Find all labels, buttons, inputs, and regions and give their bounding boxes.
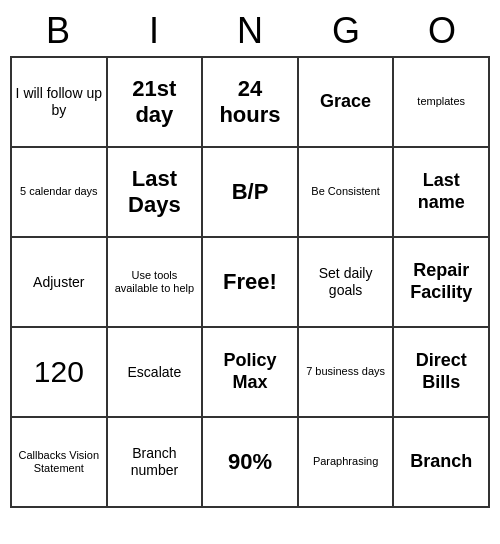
bingo-letter-n: N [206, 10, 294, 52]
bingo-grid: I will follow up by21st day24 hoursGrace… [10, 56, 490, 508]
bingo-cell-18: 7 business days [299, 328, 395, 418]
bingo-cell-7: B/P [203, 148, 299, 238]
bingo-cell-21: Branch number [108, 418, 204, 508]
bingo-cell-4: templates [394, 58, 490, 148]
bingo-cell-22: 90% [203, 418, 299, 508]
bingo-cell-2: 24 hours [203, 58, 299, 148]
bingo-cell-15: 120 [12, 328, 108, 418]
bingo-letter-o: O [398, 10, 486, 52]
bingo-cell-1: 21st day [108, 58, 204, 148]
bingo-cell-24: Branch [394, 418, 490, 508]
bingo-cell-3: Grace [299, 58, 395, 148]
bingo-cell-16: Escalate [108, 328, 204, 418]
bingo-title: BINGO [10, 10, 490, 52]
bingo-cell-5: 5 calendar days [12, 148, 108, 238]
bingo-letter-i: I [110, 10, 198, 52]
bingo-cell-11: Use tools available to help [108, 238, 204, 328]
bingo-cell-14: Repair Facility [394, 238, 490, 328]
bingo-cell-0: I will follow up by [12, 58, 108, 148]
bingo-cell-12: Free! [203, 238, 299, 328]
bingo-letter-b: B [14, 10, 102, 52]
bingo-cell-10: Adjuster [12, 238, 108, 328]
bingo-cell-17: Policy Max [203, 328, 299, 418]
bingo-letter-g: G [302, 10, 390, 52]
bingo-cell-6: Last Days [108, 148, 204, 238]
bingo-cell-23: Paraphrasing [299, 418, 395, 508]
bingo-cell-13: Set daily goals [299, 238, 395, 328]
bingo-cell-9: Last name [394, 148, 490, 238]
bingo-cell-20: Callbacks Vision Statement [12, 418, 108, 508]
bingo-cell-8: Be Consistent [299, 148, 395, 238]
bingo-cell-19: Direct Bills [394, 328, 490, 418]
